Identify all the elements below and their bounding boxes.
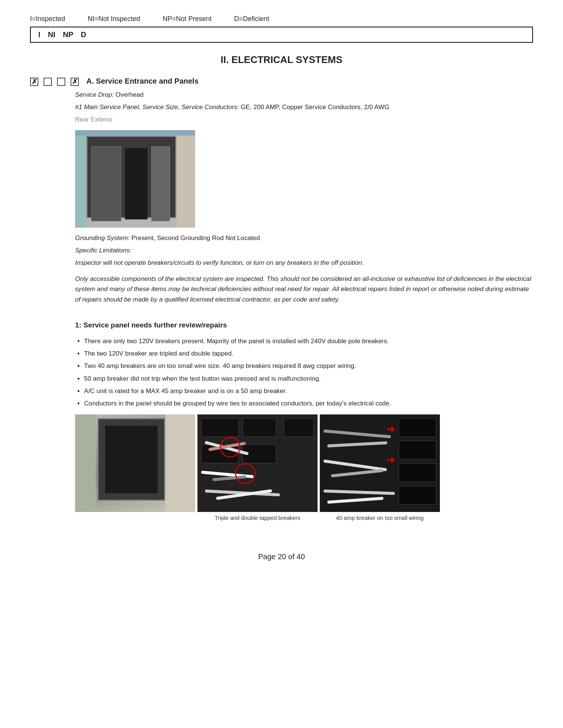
deficiency-photo-2	[197, 414, 318, 512]
legend-deficient: D=Deficient	[234, 15, 269, 23]
item-a-content: Service Drop: Overhead #1 Main Service P…	[75, 90, 533, 522]
specific-limitations-label: Specific Limitations:	[75, 247, 131, 254]
panel-main-photo	[75, 130, 195, 228]
legend-not-inspected: NI=Not Inspected	[88, 15, 140, 23]
status-checkbox-row: I NI NP D	[30, 27, 533, 43]
deficiency-photo-1-caption	[75, 513, 195, 522]
legend-inspected: I=Inspected	[30, 15, 65, 23]
legend-row: I=Inspected NI=Not Inspected NP=Not Pres…	[30, 15, 533, 23]
deficiency-photo-2-caption: Triple and double tapped breakers	[197, 513, 318, 522]
grounding-label: Grounding System:	[75, 234, 130, 242]
item-a-checkboxes: ✗ ✗	[30, 78, 79, 86]
deficiency-1-section: 1: Service panel needs further review/re…	[75, 320, 533, 523]
deficiency-photo-3: ➜ ➜	[320, 414, 440, 512]
disclaimer-text: Only accessible components of the electr…	[75, 274, 533, 305]
item-a-header: ✗ ✗ A. Service Entrance and Panels	[30, 77, 533, 86]
deficiency-1-title: 1: Service panel needs further review/re…	[75, 320, 533, 331]
bullet-1: There are only two 120V breakers present…	[75, 336, 533, 346]
service-drop-value: Overhead	[116, 91, 144, 98]
bullet-6: Conductors in the panel should be groupe…	[75, 398, 533, 408]
red-arrow-1: ➜	[386, 421, 395, 438]
bullet-2: The two 120V breaker are tripled and dou…	[75, 348, 533, 359]
grounding-value: Present, Second Grounding Rod Not Locate…	[131, 234, 260, 242]
checkbox-ni	[44, 78, 52, 86]
panel-value: GE, 200 AMP, Copper Service Conductors, …	[241, 104, 389, 111]
deficiency-photo-2-wrapper: Triple and double tapped breakers	[197, 414, 318, 522]
service-drop-line: Service Drop: Overhead	[75, 90, 533, 100]
red-circle-2	[235, 463, 256, 484]
breaker-strip	[125, 148, 148, 219]
panel-info-line: #1 Main Service Panel, Service Size, Ser…	[75, 102, 533, 112]
deficiency-photos-row: Triple and double tapped breakers	[75, 414, 533, 522]
panel-photo-container	[75, 130, 533, 228]
deficiency-1-bullets: There are only two 120V breakers present…	[75, 336, 533, 408]
specific-limitations-label-line: Specific Limitations:	[75, 245, 533, 255]
specific-limitations-text: Inspector will not operate breakers/circ…	[75, 258, 533, 268]
grounding-line: Grounding System: Present, Second Ground…	[75, 233, 533, 243]
bullet-4: 50 amp breaker did not trip when the tes…	[75, 374, 533, 384]
section-title: II. ELECTRICAL SYSTEMS	[30, 54, 533, 66]
red-arrow-2: ➜	[386, 452, 395, 469]
panel-box-inner	[86, 136, 176, 218]
page-footer: Page 20 of 40	[30, 545, 533, 561]
checkbox-i: ✗	[30, 78, 38, 86]
status-i-label: I	[38, 30, 41, 39]
item-a-title: A. Service Entrance and Panels	[86, 77, 199, 86]
status-d-label: D	[81, 30, 86, 39]
page-number: Page 20 of 40	[258, 552, 305, 561]
deficiency-photo-1-wrapper	[75, 414, 195, 522]
deficiency-photo-3-caption: 40 amp breaker on too small wiring	[320, 513, 440, 522]
deficiency-photo-3-wrapper: ➜ ➜ 40 amp breaker on too small wiring	[320, 414, 440, 522]
legend-not-present: NP=Not Present	[163, 15, 212, 23]
panel-label: #1 Main Service Panel, Service Size, Ser…	[75, 104, 239, 111]
location-line: Rear Exterior	[75, 114, 533, 125]
deficiency-photo-1	[75, 414, 195, 512]
checkbox-np	[57, 78, 65, 86]
status-ni-label: NI	[48, 30, 56, 39]
service-drop-label: Service Drop:	[75, 91, 114, 98]
bullet-3: Two 40 amp breakers are on too small wir…	[75, 361, 533, 371]
checkbox-d: ✗	[71, 78, 79, 86]
status-np-label: NP	[63, 30, 74, 39]
red-circle-1	[220, 437, 241, 458]
bullet-5: A/C unit is rated for a MAX 45 amp break…	[75, 386, 533, 396]
